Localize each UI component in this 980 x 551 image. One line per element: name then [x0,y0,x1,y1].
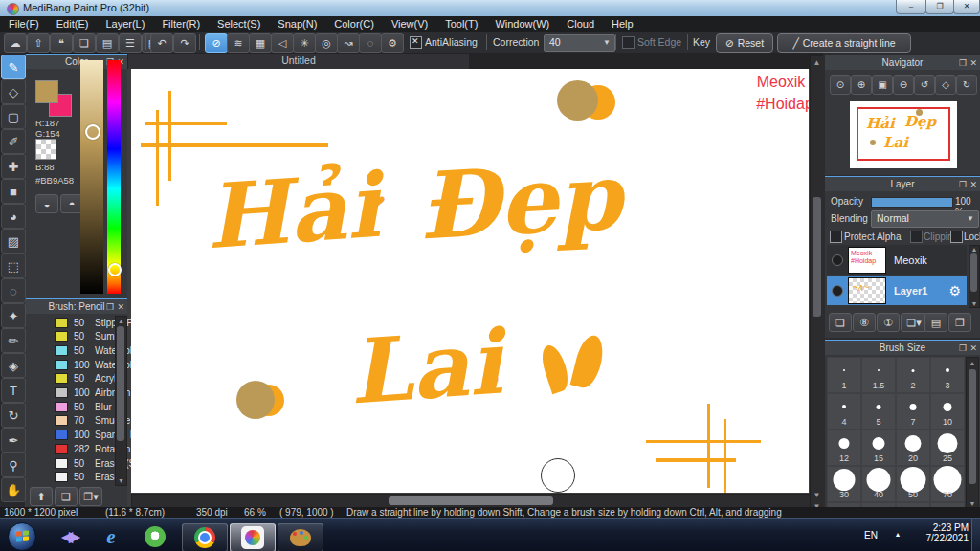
navigator-thumbnail[interactable]: Hải Đẹp Lai [850,101,957,168]
upload-brush-icon[interactable]: ⬆ [30,487,53,506]
scrollbar-thumb[interactable] [969,369,976,484]
menu-item-filter[interactable]: Filter(R) [153,18,209,30]
scroll-down-icon[interactable]: ▼ [116,477,126,484]
close-icon[interactable]: ✕ [969,178,977,192]
menu-item-view[interactable]: View(V) [383,18,436,30]
menu-item-tool[interactable]: Tool(T) [436,18,486,30]
brush-size-cell[interactable]: 20 [896,430,930,466]
brush-list-item[interactable]: 282Rotation S [53,442,141,455]
scrollbar-thumb[interactable] [389,496,553,505]
cloud-icon[interactable]: ☁ [4,33,27,53]
foreground-color-swatch[interactable] [35,80,58,103]
blending-dropdown[interactable]: Normal ▼ [871,210,979,228]
scroll-down-icon[interactable]: ▼ [967,500,978,507]
brush-list-item[interactable]: 70Smudge [53,414,141,428]
soft-edge-checkbox[interactable] [622,36,635,49]
zoom-100-icon[interactable]: ⊙ [830,75,851,95]
move-tool[interactable]: ✚ [1,154,26,179]
brush-size-cell[interactable]: 3 [930,357,965,393]
paint-palette-icon[interactable] [278,523,323,551]
hue-marker[interactable] [108,263,122,276]
correction-dropdown[interactable]: 40 ▼ [544,34,615,52]
fill-rect-tool[interactable]: ■ [1,179,26,204]
publish-icon[interactable]: ⇧ [27,33,50,53]
popout-icon[interactable]: ❐ [959,56,967,71]
brush-list-item[interactable]: 50Blur [53,400,141,413]
redo-button[interactable]: ↷ [173,33,196,53]
menu-item-file[interactable]: File(F) [0,18,48,30]
brush-size-cell[interactable]: 12 [827,430,861,466]
snap-off-icon[interactable]: ⊘ [205,33,228,53]
add-layer-icon[interactable]: ❏ [829,313,852,332]
brush-list-item[interactable]: 100Watercolo [53,358,141,371]
brush-size-cell[interactable]: 10 [930,393,965,430]
create-straight-line-button[interactable]: ╱ Create a straight line [777,33,911,53]
brush-size-cell[interactable]: 70 [930,466,965,502]
menu-item-window[interactable]: Window(W) [486,18,558,30]
popout-icon[interactable]: ❐ [959,342,967,356]
zoom-out-icon[interactable]: ⊖ [893,75,914,95]
brush-size-cell[interactable]: 2 [896,357,930,393]
zoom-in-icon[interactable]: ⊕ [851,75,872,95]
scrollbar-thumb[interactable] [117,326,124,441]
popout-icon[interactable]: ❐ [959,178,967,192]
duplicate-layer-icon[interactable]: ❐ [948,313,971,332]
document-tab[interactable]: Untitled [128,54,469,69]
antialiasing-checkbox[interactable] [410,36,422,49]
snap-vanishing-icon[interactable]: ◁ [271,33,294,53]
kmplayer-icon[interactable]: ◀▶ [50,523,88,550]
close-icon[interactable]: ✕ [969,56,977,71]
clock[interactable]: 2:23 PM 7/22/2021 [911,522,969,543]
brush-list-item[interactable]: 50Sumi [53,330,141,343]
select-rect-tool[interactable]: ⬚ [1,253,26,278]
brush-size-cell[interactable]: 15 [861,430,896,466]
layer-row-layer1[interactable]: ~ʌ~Layer1⚙ [827,276,967,305]
brush-size-cell[interactable]: 30 [827,466,861,502]
menu-item-layer[interactable]: Layer(L) [97,18,153,30]
saturation-marker[interactable] [85,124,100,140]
document-icon[interactable]: ▤ [96,33,119,53]
brush-size-cell[interactable]: 1.5 [861,357,896,393]
brush-list-item[interactable]: 50Eraser (So [53,456,141,470]
palette-icon[interactable]: ◒ [35,194,58,213]
bucket-tool[interactable]: ◕ [1,204,26,229]
brush-size-cell[interactable]: 25 [930,430,965,466]
add-8bit-layer-icon[interactable]: ⑧ [853,313,876,332]
menu-item-cloud[interactable]: Cloud [558,18,603,30]
scroll-down-icon[interactable]: ▼ [969,300,979,307]
brush-list-item[interactable]: 50Stipple Pe [53,316,141,329]
language-indicator[interactable]: EN [864,530,878,540]
close-icon[interactable]: ✕ [969,342,977,356]
brush-size-cell[interactable]: 1 [827,357,861,393]
brush-size-cell[interactable]: 7 [896,393,930,430]
reset-button[interactable]: ⊘ Reset [716,33,773,53]
scrollbar-thumb[interactable] [970,253,977,292]
snap-curve-icon[interactable]: ↝ [337,33,360,53]
comment-icon[interactable]: ❝ [50,33,73,53]
close-icon[interactable]: ✕ [117,300,124,315]
brush-list-item[interactable]: 50Watercolo [53,343,141,357]
rotate-cw-icon[interactable]: ↻ [956,75,977,95]
brush-tool[interactable]: ✎ [1,55,26,79]
memo-icon[interactable]: ❏ [73,33,96,53]
chrome-icon[interactable] [182,523,228,551]
internet-explorer-icon[interactable]: e [92,523,130,550]
layer-visibility-toggle[interactable] [832,285,843,297]
show-desktop-button[interactable] [971,519,980,551]
snap-concentric-icon[interactable]: ◎ [315,33,338,53]
rotate-ccw-icon[interactable]: ↺ [914,75,935,95]
canvas-horizontal-scrollbar[interactable] [131,494,811,508]
menu-item-edit[interactable]: Edit(E) [48,18,98,30]
layer-row-meoxik[interactable]: Meoxik#HoidapMeoxik [827,245,967,275]
brush-list-item[interactable]: 50Eraser [53,471,141,484]
brush-list-scrollbar[interactable]: ▲ ▼ [115,316,127,486]
text-tool[interactable]: T [1,378,26,403]
hue-bar[interactable] [107,60,121,294]
layer-settings-gear-icon[interactable]: ⚙ [948,283,961,298]
scroll-up-icon[interactable]: ▲ [116,318,126,324]
magic-wand-tool[interactable]: ✦ [1,303,26,328]
brush-size-cell[interactable]: 5 [861,393,896,430]
snap-settings-icon[interactable]: ⚙ [381,33,404,53]
brush-list-item[interactable]: 100Airbrush [53,386,141,400]
layer-list-scrollbar[interactable]: ▲ ▼ [969,245,980,308]
